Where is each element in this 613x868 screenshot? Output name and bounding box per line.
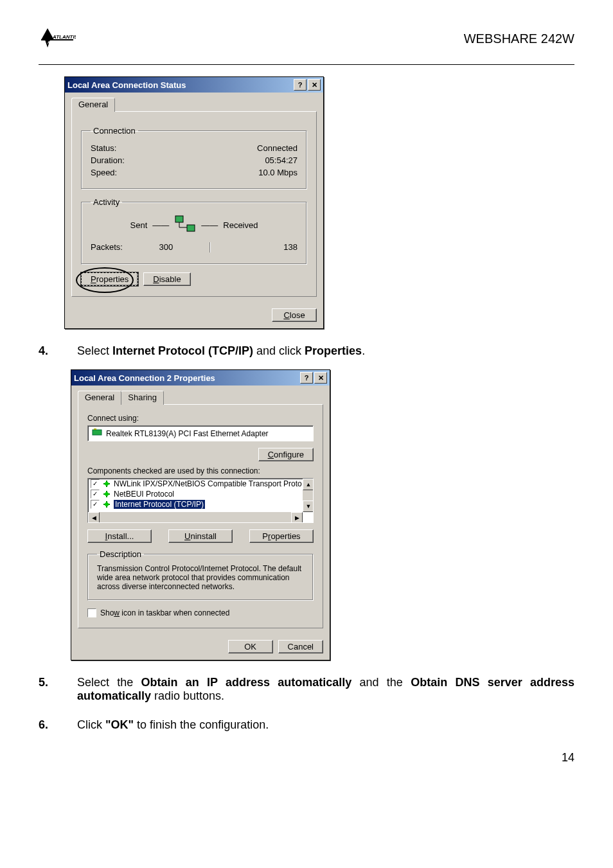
checkbox-icon[interactable]: ✓	[91, 479, 100, 488]
svg-point-6	[105, 492, 109, 496]
description-text: Transmission Control Protocol/Internet P…	[97, 564, 304, 591]
speed-value: 10.0 Mbps	[258, 168, 298, 177]
page-header: ATLANTIS AND WEBSHARE 242W	[39, 26, 574, 51]
scroll-up-icon[interactable]: ▲	[303, 479, 314, 490]
description-legend: Description	[97, 549, 144, 559]
connection-legend: Connection	[91, 126, 138, 136]
components-listbox[interactable]: ✓ NWLink IPX/SPX/NetBIOS Compatible Tran…	[87, 478, 314, 523]
ok-button[interactable]: OK	[228, 640, 273, 653]
scroll-down-icon[interactable]: ▼	[303, 500, 314, 512]
scrollbar-vertical[interactable]: ▲ ▼	[303, 479, 313, 512]
logo-icon: ATLANTIS AND	[39, 26, 76, 51]
status-titlebar: Local Area Connection Status ? ✕	[65, 77, 323, 93]
show-icon-checkbox[interactable]	[87, 608, 96, 617]
disable-button[interactable]: Disable	[143, 272, 190, 286]
svg-rect-2	[187, 225, 195, 231]
list-item[interactable]: ✓ NetBEUI Protocol	[88, 489, 313, 499]
duration-value: 05:54:27	[265, 155, 298, 165]
svg-point-5	[105, 482, 109, 486]
connect-using-label: Connect using:	[87, 414, 314, 423]
protocol-icon	[102, 500, 111, 509]
nic-icon	[92, 428, 102, 439]
packets-received: 138	[211, 242, 298, 252]
step-5: 5. Select the Obtain an IP address autom…	[39, 676, 574, 703]
checkbox-icon[interactable]: ✓	[91, 490, 100, 499]
page-number: 14	[39, 751, 574, 765]
status-value: Connected	[257, 143, 298, 153]
help-button[interactable]: ?	[294, 79, 306, 91]
description-group: Description Transmission Control Protoco…	[87, 549, 314, 601]
svg-text:AND: AND	[47, 40, 55, 44]
list-item[interactable]: ✓ Internet Protocol (TCP/IP)	[88, 499, 313, 509]
list-item-label: NWLink IPX/SPX/NetBIOS Compatible Transp…	[114, 479, 302, 488]
svg-point-7	[105, 502, 109, 506]
close-x-button[interactable]: ✕	[308, 79, 321, 91]
tab-sharing[interactable]: Sharing	[121, 391, 164, 405]
logo-text: ATLANTIS	[52, 34, 76, 40]
list-item[interactable]: ✓ NWLink IPX/SPX/NetBIOS Compatible Tran…	[88, 479, 313, 489]
scroll-right-icon[interactable]: ▶	[291, 512, 303, 523]
network-icon	[174, 215, 196, 236]
list-item-label: NetBEUI Protocol	[114, 490, 174, 499]
activity-group: Activity Sent ——	[81, 197, 307, 265]
svg-rect-3	[93, 430, 102, 435]
properties-dialog: Local Area Connection 2 Properties ? ✕ G…	[71, 369, 330, 660]
protocol-icon	[102, 479, 111, 488]
component-properties-button[interactable]: Properties	[249, 529, 314, 543]
duration-label: Duration:	[91, 155, 125, 165]
adapter-field: Realtek RTL8139(A) PCI Fast Ethernet Ada…	[87, 425, 314, 441]
status-label: Status:	[91, 143, 116, 153]
logo: ATLANTIS AND	[39, 26, 76, 51]
scroll-left-icon[interactable]: ◀	[88, 512, 100, 523]
connection-group: Connection Status: Connected Duration: 0…	[81, 126, 307, 190]
list-item-label-selected: Internet Protocol (TCP/IP)	[114, 500, 205, 509]
close-x-button-2[interactable]: ✕	[314, 372, 327, 384]
components-label: Components checked are used by this conn…	[87, 466, 314, 475]
step-5-num: 5.	[39, 676, 58, 703]
step-4: 4. Select Internet Protocol (TCP/IP) and…	[39, 344, 574, 358]
speed-label: Speed:	[91, 168, 117, 177]
step-6-text: Click "OK" to finish the configuration.	[77, 718, 269, 732]
show-icon-label: Show icon in taskbar when connected	[100, 608, 229, 617]
scrollbar-horizontal[interactable]: ◀ ▶	[88, 512, 303, 522]
status-title: Local Area Connection Status	[67, 80, 186, 90]
help-button-2[interactable]: ?	[300, 372, 313, 384]
checkbox-icon[interactable]: ✓	[91, 500, 100, 509]
adapter-name: Realtek RTL8139(A) PCI Fast Ethernet Ada…	[106, 429, 269, 438]
step-4-text: Select Internet Protocol (TCP/IP) and cl…	[77, 344, 365, 358]
tab-general-2[interactable]: General	[78, 391, 121, 405]
status-dialog: Local Area Connection Status ? ✕ General…	[64, 76, 324, 329]
properties-titlebar: Local Area Connection 2 Properties ? ✕	[71, 370, 330, 385]
product-name: WEBSHARE 242W	[464, 31, 574, 46]
svg-rect-1	[175, 216, 183, 222]
packets-label: Packets:	[91, 242, 123, 252]
properties-button[interactable]: Properties	[81, 272, 138, 286]
header-divider	[39, 64, 574, 65]
step-6: 6. Click "OK" to finish the configuratio…	[39, 718, 574, 732]
step-4-num: 4.	[39, 344, 58, 358]
show-icon-row[interactable]: Show icon in taskbar when connected	[87, 608, 314, 617]
configure-button[interactable]: Configure	[258, 448, 314, 461]
svg-rect-4	[94, 429, 96, 430]
properties-title: Local Area Connection 2 Properties	[74, 373, 215, 383]
close-button[interactable]: Close	[272, 308, 317, 322]
activity-legend: Activity	[91, 197, 122, 207]
step-6-num: 6.	[39, 718, 58, 732]
uninstall-button[interactable]: Uninstall	[168, 529, 233, 543]
tab-general[interactable]: General	[71, 98, 115, 112]
sent-label: Sent	[130, 220, 148, 230]
step-5-text: Select the Obtain an IP address automati…	[77, 676, 574, 703]
received-label: Received	[223, 220, 258, 230]
install-button[interactable]: Install...	[87, 529, 152, 543]
cancel-button[interactable]: Cancel	[278, 640, 323, 653]
packets-sent: 300	[123, 242, 209, 252]
protocol-icon	[102, 490, 111, 499]
